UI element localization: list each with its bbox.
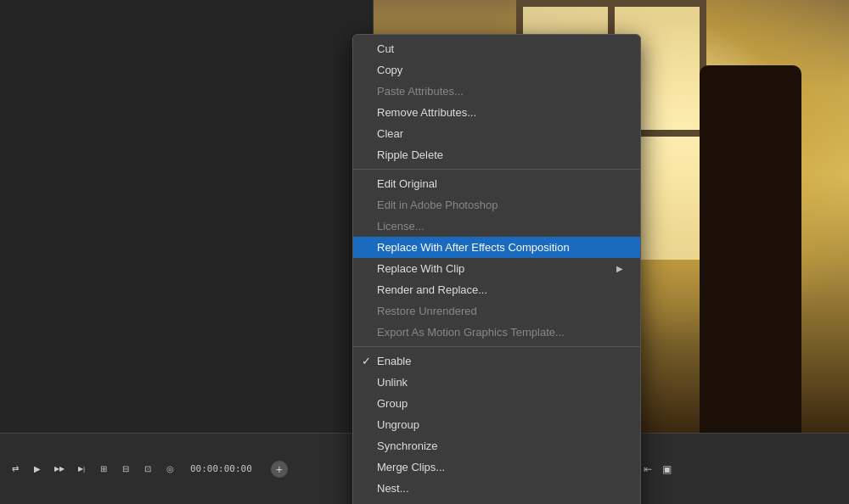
preview-safe-button[interactable]: ▣ (662, 463, 672, 475)
context-menu-item-synchronize[interactable]: Synchronize (353, 435, 640, 456)
play-button[interactable]: ▶ (29, 461, 46, 478)
context-menu-item-merge-clips[interactable]: Merge Clips... (353, 456, 640, 478)
menu-separator-2 (353, 346, 640, 347)
context-menu-item-remove-attributes[interactable]: Remove Attributes... (353, 102, 640, 123)
figure-silhouette (700, 65, 801, 434)
context-menu-item-clear[interactable]: Clear (353, 123, 640, 144)
context-menu-item-ungroup[interactable]: Ungroup (353, 414, 640, 435)
editor-background: ⇄ ▶ ▶▶ ▶| ⊞ ⊟ ⊡ ◎ 00:00:00:00 + |◀ ◀◀ ▶ … (0, 0, 849, 504)
next-frame-button[interactable]: ▶▶ (51, 461, 68, 478)
context-menu-item-replace-clip[interactable]: Replace With Clip ▶ (353, 258, 640, 279)
context-menu-item-restore-unrendered: Restore Unrendered (353, 300, 640, 322)
context-menu-item-unlink[interactable]: Unlink (353, 372, 640, 393)
context-menu-item-edit-photoshop: Edit in Adobe Photoshop (353, 194, 640, 216)
loop-icon[interactable]: ⇄ (7, 461, 24, 478)
context-menu-item-cut[interactable]: Cut (353, 38, 640, 59)
overwrite-icon[interactable]: ⊟ (117, 461, 134, 478)
transport-controls: ⇄ ▶ ▶▶ ▶| ⊞ ⊟ ⊡ ◎ 00:00:00:00 + (0, 461, 357, 478)
timecode-display: 00:00:00:00 (190, 463, 252, 474)
context-menu-item-group[interactable]: Group (353, 393, 640, 414)
context-menu-item-ripple-delete[interactable]: Ripple Delete (353, 144, 640, 165)
preview-loop-button[interactable]: ⇤ (644, 463, 652, 475)
context-menu-item-export-motion: Export As Motion Graphics Template... (353, 322, 640, 343)
timeline-panel (0, 0, 374, 433)
context-menu-item-enable[interactable]: Enable (353, 350, 640, 372)
context-menu-item-paste-attributes: Paste Attributes... (353, 81, 640, 102)
context-menu-item-nest[interactable]: Nest... (353, 478, 640, 499)
context-menu-item-render-replace[interactable]: Render and Replace... (353, 279, 640, 300)
context-menu-item-copy[interactable]: Copy (353, 59, 640, 81)
menu-separator-1 (353, 169, 640, 170)
add-clip-button[interactable]: + (271, 461, 288, 478)
context-menu: Cut Copy Paste Attributes... Remove Attr… (352, 34, 641, 504)
context-menu-item-make-subsequence[interactable]: Make Subsequence (353, 499, 640, 504)
context-menu-item-edit-original[interactable]: Edit Original (353, 173, 640, 194)
submenu-arrow-icon: ▶ (616, 264, 623, 273)
snapshot-icon[interactable]: ◎ (161, 461, 178, 478)
lift-icon[interactable]: ⊡ (139, 461, 156, 478)
insert-icon[interactable]: ⊞ (95, 461, 112, 478)
context-menu-item-replace-ae[interactable]: Replace With After Effects Composition (353, 237, 640, 258)
end-button[interactable]: ▶| (73, 461, 90, 478)
context-menu-item-license: License... (353, 216, 640, 237)
